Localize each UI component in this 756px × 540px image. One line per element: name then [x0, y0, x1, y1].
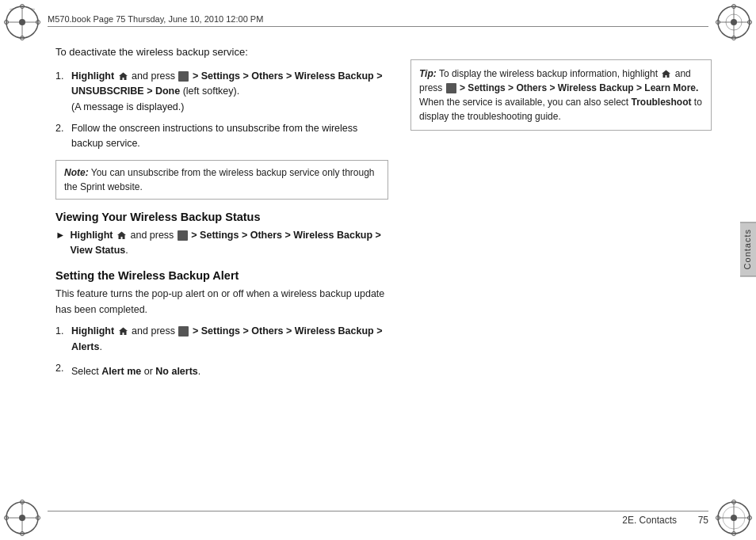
- step-4: 2. Select Alert me or No alerts.: [55, 361, 388, 379]
- main-content: To deactivate the wireless backup servic…: [48, 29, 396, 401]
- view-status-item: ► Highlight and press > Settings > Other…: [55, 228, 388, 259]
- highlight-label-3: Highlight: [71, 325, 117, 337]
- step2-text: Follow the onscreen instructions to unsu…: [71, 121, 388, 152]
- corner-decoration-tl: [3, 3, 41, 41]
- svg-line-8: [10, 6, 22, 10]
- view-status-list: ► Highlight and press > Settings > Other…: [55, 228, 388, 259]
- header-text: M570.book Page 75 Thursday, June 10, 201…: [48, 14, 263, 24]
- footer-section: 2E. Contacts: [622, 515, 677, 526]
- home-icon: [661, 69, 671, 79]
- home-icon-3: [118, 326, 128, 337]
- no-alerts-option: No alerts: [155, 366, 198, 377]
- corner-decoration-br: [715, 499, 753, 537]
- menu-icon-3: [178, 326, 189, 337]
- menu-icon: [446, 83, 456, 93]
- contacts-tab-label: Contacts: [743, 229, 752, 269]
- tip-troubleshoot: Troubleshoot: [631, 97, 691, 108]
- section2-heading: Setting the Wireless Backup Alert: [55, 269, 388, 282]
- tip-bold-path: > Settings > Others > Wireless Backup > …: [460, 82, 698, 93]
- menu-icon-2: [178, 230, 188, 241]
- footer-page: 75: [698, 515, 708, 526]
- highlight-label-1: Highlight: [71, 70, 117, 82]
- alert-steps: 1. Highlight and press > Settings > Othe…: [55, 324, 388, 379]
- contacts-tab: Contacts: [740, 222, 756, 276]
- intro-paragraph: To deactivate the wireless backup servic…: [55, 44, 388, 61]
- home-icon-1: [118, 71, 128, 82]
- tip-text: To display the wireless backup informati…: [419, 68, 702, 122]
- step-2: 2. Follow the onscreen instructions to u…: [55, 121, 388, 152]
- section2-description: This feature turns the pop-up alert on o…: [55, 287, 388, 318]
- deactivate-steps: 1. Highlight and press > Settings > Othe…: [55, 69, 388, 152]
- step1-sub: (A message is displayed.): [71, 101, 184, 112]
- alert-me-option: Alert me: [101, 366, 141, 377]
- tip-label: Tip:: [419, 68, 437, 79]
- note-box: Note: You can unsubscribe from the wirel…: [55, 160, 388, 200]
- corner-decoration-bl: [3, 499, 41, 537]
- tip-box: Tip: To display the wireless backup info…: [410, 59, 712, 131]
- section1-heading: Viewing Your Wireless Backup Status: [55, 211, 388, 223]
- corner-decoration-tr: [715, 3, 753, 41]
- home-icon-2: [116, 230, 127, 241]
- step-3: 1. Highlight and press > Settings > Othe…: [55, 324, 388, 355]
- bullet-arrow-icon: ►: [55, 228, 65, 259]
- note-label: Note:: [64, 167, 89, 178]
- footer: 2E. Contacts 75: [48, 511, 708, 526]
- note-text: You can unsubscribe from the wireless ba…: [64, 167, 375, 192]
- step-1: 1. Highlight and press > Settings > Othe…: [55, 69, 388, 115]
- menu-icon-1: [178, 71, 189, 82]
- header-bar: M570.book Page 75 Thursday, June 10, 201…: [48, 14, 708, 27]
- highlight-label-2: Highlight: [70, 230, 116, 241]
- svg-line-9: [22, 6, 35, 10]
